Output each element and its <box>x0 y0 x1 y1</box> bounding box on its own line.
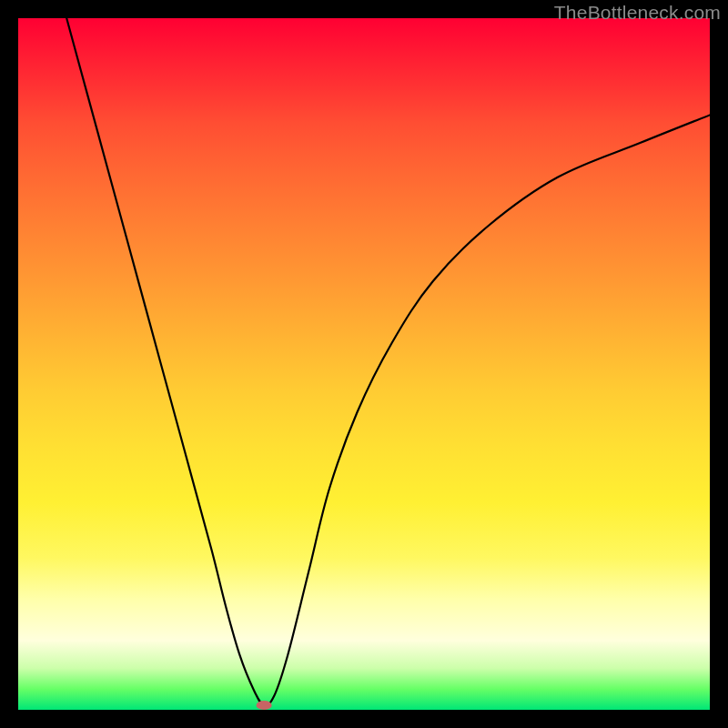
chart-frame: TheBottleneck.com <box>0 0 728 728</box>
watermark-text: TheBottleneck.com <box>554 2 721 24</box>
curve-path <box>66 18 710 705</box>
curve-svg <box>18 18 710 710</box>
min-marker <box>256 701 271 710</box>
plot-area <box>18 18 710 710</box>
